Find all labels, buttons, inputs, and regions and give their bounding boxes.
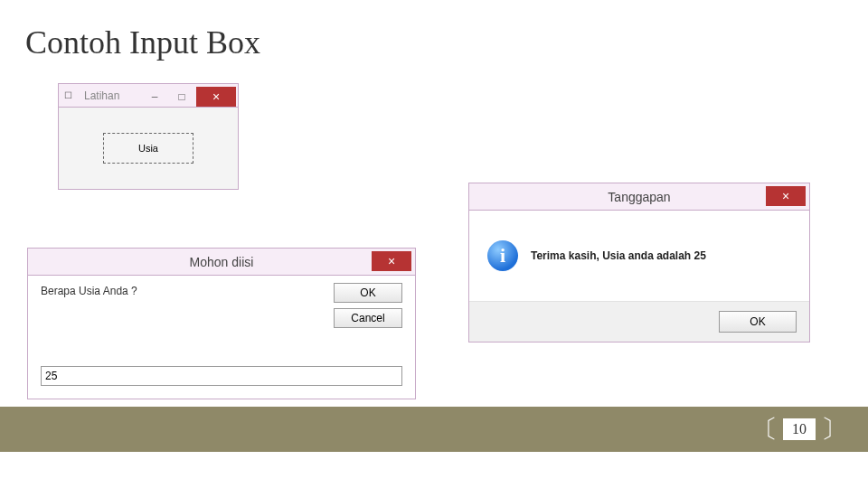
bracket-right-icon: 〕 bbox=[821, 412, 846, 446]
msgbox-close-button[interactable]: × bbox=[766, 186, 806, 206]
inputbox-button-column: OK Cancel bbox=[334, 283, 402, 333]
inputbox-prompt: Berapa Usia Anda ? bbox=[41, 285, 137, 297]
form-title: Latihan bbox=[79, 89, 142, 102]
msgbox-ok-button[interactable]: OK bbox=[719, 311, 797, 333]
usia-button[interactable]: Usia bbox=[103, 133, 193, 164]
inputbox-title: Mohon diisi bbox=[28, 249, 415, 276]
form-body: Usia bbox=[59, 108, 238, 189]
inputbox-input[interactable] bbox=[41, 366, 402, 386]
inputbox-window: Mohon diisi × Berapa Usia Anda ? OK Canc… bbox=[27, 248, 416, 399]
inputbox-titlebar[interactable]: Mohon diisi × bbox=[28, 249, 415, 276]
form-maximize-button[interactable]: □ bbox=[169, 87, 194, 107]
form-window: ☐ Latihan – □ × Usia bbox=[58, 83, 239, 190]
info-icon: i bbox=[487, 240, 518, 271]
inputbox-body: Berapa Usia Anda ? OK Cancel bbox=[28, 276, 415, 399]
slide-title: Contoh Input Box bbox=[25, 23, 260, 61]
form-system-icon: ☐ bbox=[64, 90, 79, 101]
slide-footer: 〔 10 〕 bbox=[0, 407, 868, 452]
form-minimize-button[interactable]: – bbox=[142, 87, 167, 107]
page-number: 10 bbox=[783, 418, 816, 440]
msgbox-title: Tanggapan bbox=[469, 183, 809, 211]
inputbox-cancel-button[interactable]: Cancel bbox=[334, 308, 402, 328]
bracket-left-icon: 〔 bbox=[752, 412, 778, 446]
msgbox-body: i Terima kasih, Usia anda adalah 25 bbox=[469, 211, 809, 301]
page-number-badge: 〔 10 〕 bbox=[752, 412, 846, 446]
form-close-button[interactable]: × bbox=[196, 87, 236, 107]
msgbox-message: Terima kasih, Usia anda adalah 25 bbox=[531, 249, 706, 262]
form-titlebar[interactable]: ☐ Latihan – □ × bbox=[59, 84, 238, 108]
inputbox-close-button[interactable]: × bbox=[372, 251, 411, 271]
msgbox-footer: OK bbox=[469, 301, 809, 342]
msgbox-window: Tanggapan × i Terima kasih, Usia anda ad… bbox=[468, 183, 810, 343]
msgbox-titlebar[interactable]: Tanggapan × bbox=[469, 183, 809, 211]
inputbox-ok-button[interactable]: OK bbox=[334, 283, 402, 303]
